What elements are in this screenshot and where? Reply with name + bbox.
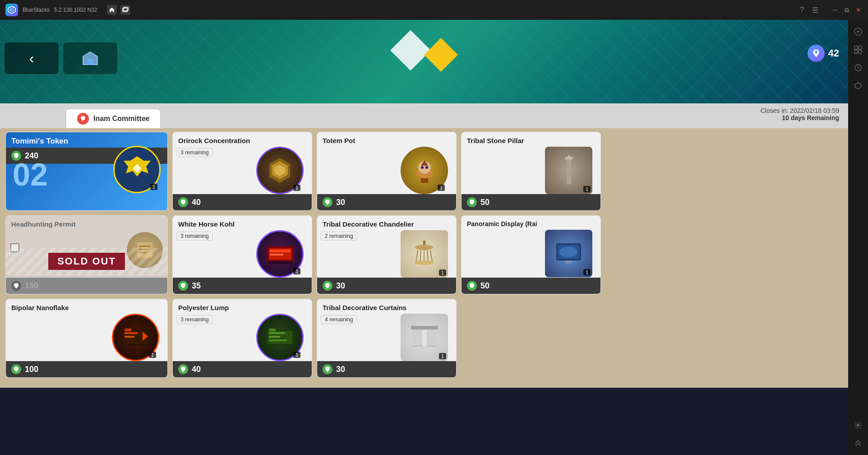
sidebar-btn-1[interactable] — [850, 23, 866, 40]
tab-icon — [77, 113, 89, 125]
sold-out-overlay: SOLD OUT — [6, 248, 167, 275]
svg-point-10 — [857, 424, 859, 427]
sidebar-btn-2[interactable] — [850, 42, 866, 58]
item-name-panoramic: Panoramic Display (Rai — [462, 216, 600, 229]
orirock-price: 40 — [192, 198, 201, 207]
svg-rect-35 — [268, 261, 292, 264]
svg-rect-56 — [269, 332, 285, 334]
bipolar-price: 100 — [25, 365, 38, 374]
item-white-horse-kohl[interactable]: White Horse Kohl 3 remaining 1 — [172, 215, 312, 294]
minimize-button[interactable]: ─ — [831, 6, 839, 14]
polyester-image: 1 — [256, 314, 304, 361]
orirock-price-bar: 40 — [173, 194, 312, 210]
panoramic-body: 1 — [462, 229, 600, 278]
svg-point-37 — [415, 245, 433, 250]
svg-rect-12 — [88, 59, 93, 65]
curtains-price-icon — [323, 364, 332, 374]
tab-inam-committee[interactable]: Inam Committee — [65, 108, 161, 128]
totem-body: 1 — [317, 146, 456, 194]
back-button[interactable]: ‹ — [5, 42, 59, 74]
svg-rect-52 — [125, 336, 134, 338]
panoramic-price-bar: 50 — [462, 278, 600, 294]
bipolar-qty: 1 — [149, 352, 156, 358]
svg-rect-25 — [567, 159, 571, 184]
item-bipolar-nanoflake[interactable]: Bipolar Nanoflake 1 — [5, 299, 168, 378]
polyester-body: 3 remaining 1 — [173, 313, 312, 361]
bluestacks-logo — [5, 4, 18, 16]
home-button[interactable] — [63, 42, 117, 74]
polyester-qty: 1 — [293, 352, 300, 358]
chandelier-qty: 1 — [439, 269, 446, 276]
curtains-image: 1 — [401, 314, 448, 361]
item-tribal-stone-pillar[interactable]: Tribal Stone Pillar 1 — [461, 132, 601, 211]
svg-point-22 — [421, 166, 424, 169]
svg-rect-58 — [269, 339, 287, 341]
help-icon[interactable]: ? — [800, 6, 804, 14]
window-controls: ? ☰ ─ ⧉ ✕ — [800, 6, 863, 14]
svg-rect-7 — [854, 50, 858, 53]
item-tomimi-token[interactable]: Tomimi's Token 02 1 240 — [5, 132, 168, 211]
sidebar-btn-6[interactable] — [850, 435, 866, 451]
item-name-horse-kohl: White Horse Kohl — [173, 216, 312, 230]
chandelier-price-icon — [323, 281, 332, 291]
remaining-label: 10 days Remaining — [761, 114, 839, 121]
totem-image: 1 — [401, 147, 448, 194]
restore-button[interactable]: ⧉ — [843, 6, 851, 14]
horse-kohl-price-bar: 35 — [173, 278, 312, 294]
header-banner: ‹ 42 — [0, 20, 848, 103]
bipolar-body: 1 — [6, 313, 167, 361]
closing-info: Closes in: 2022/02/18 03:59 10 days Rema… — [761, 107, 839, 121]
totem-qty: 1 — [438, 185, 445, 191]
panoramic-image: 1 — [545, 230, 592, 277]
svg-rect-50 — [125, 329, 131, 331]
closes-label: Closes in: 2022/02/18 03:59 — [761, 107, 839, 114]
sidebar-btn-4[interactable] — [850, 78, 866, 94]
item-headhunting-permit[interactable]: Headhunting Permit — [5, 215, 168, 294]
sidebar-btn-3[interactable] — [850, 60, 866, 76]
item-orirock[interactable]: Orirock Concentration 3 remaining 1 — [172, 132, 312, 211]
svg-rect-61 — [425, 330, 437, 347]
sidebar-btn-5[interactable] — [850, 417, 866, 433]
tab-area: Inam Committee Closes in: 2022/02/18 03:… — [0, 103, 848, 128]
panoramic-qty: 1 — [583, 269, 591, 275]
totem-price-icon — [323, 197, 332, 207]
tribal-stone-price: 50 — [480, 198, 489, 207]
menu-icon[interactable]: ☰ — [812, 6, 818, 14]
titlebar: BlueStacks 5.2.130.1002 N32 ? ☰ ─ ⧉ ✕ — [0, 0, 868, 20]
currency-count: 42 — [828, 47, 839, 59]
item-name-tomimi: Tomimi's Token — [6, 132, 167, 148]
chandelier-image: 1 — [401, 230, 448, 278]
item-polyester-lump[interactable]: Polyester Lump 3 remaining 1 — [172, 299, 312, 378]
home-nav-icon[interactable] — [107, 5, 117, 15]
svg-rect-59 — [411, 326, 438, 330]
curtains-price-bar: 30 — [317, 361, 456, 377]
item-name-totem: Totem Pot — [317, 132, 456, 146]
horse-kohl-body: 3 remaining 1 — [173, 230, 312, 278]
item-name-permit: Headhunting Permit — [6, 216, 167, 230]
close-button[interactable]: ✕ — [854, 6, 863, 14]
item-tribal-chandelier[interactable]: Tribal Decorative Chandelier 2 remaining — [317, 215, 457, 294]
panoramic-price: 50 — [480, 281, 489, 291]
curtains-price: 30 — [336, 365, 345, 374]
panoramic-price-icon — [467, 281, 477, 291]
permit-body: SOLD OUT — [6, 230, 167, 278]
svg-rect-36 — [423, 241, 425, 245]
permit-price-icon — [11, 281, 21, 291]
app-version: 5.2.130.1002 N32 — [54, 7, 97, 13]
window-nav-icon[interactable] — [120, 5, 130, 15]
curtains-remaining: 4 remaining — [321, 315, 357, 324]
svg-rect-34 — [270, 254, 283, 255]
item-panoramic-display[interactable]: Panoramic Display (Rai 1 — [461, 215, 601, 294]
horse-kohl-remaining: 3 remaining — [176, 232, 213, 241]
currency-icon — [808, 45, 825, 62]
chandelier-body: 2 remaining 1 — [317, 230, 456, 278]
item-name-tribal-stone: Tribal Stone Pillar — [462, 132, 600, 146]
curtains-body: 4 remaining 1 — [317, 313, 456, 361]
svg-rect-47 — [565, 260, 572, 263]
item-totem-pot[interactable]: Totem Pot 1 — [317, 132, 457, 211]
item-tribal-curtains[interactable]: Tribal Decorative Curtains 4 remaining 1 — [317, 299, 457, 378]
svg-rect-33 — [270, 250, 291, 252]
token-image: 1 — [113, 146, 161, 193]
svg-rect-5 — [854, 46, 858, 49]
svg-rect-8 — [859, 50, 862, 53]
